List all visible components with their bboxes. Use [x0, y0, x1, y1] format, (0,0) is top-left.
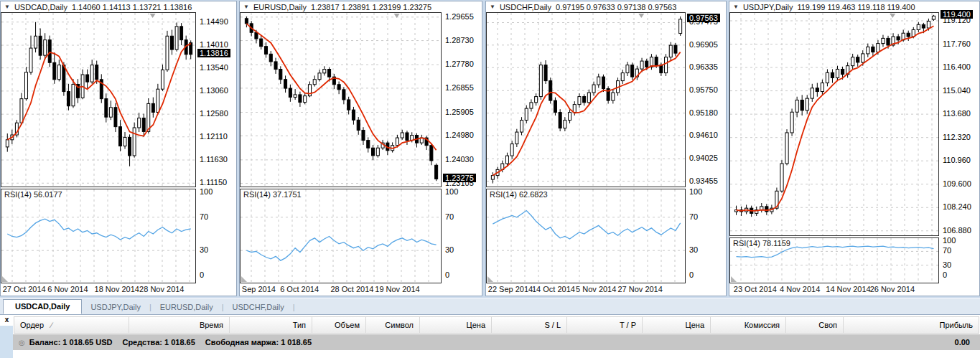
chart-ohlc-values: 0.97195 0.97633 0.97138 0.97563 — [556, 3, 676, 11]
rsi-pane[interactable]: RSI(14) 78.1159 — [729, 237, 939, 283]
chart-menu-icon[interactable]: ▼ — [490, 4, 495, 10]
price-scale[interactable]: 1.144901.140101.135401.130601.125801.121… — [197, 12, 237, 187]
date-tick-label: 14 Nov 2014 — [826, 285, 870, 293]
chart-menu-icon[interactable]: ▼ — [733, 4, 739, 10]
rsi-tick-label: 100 — [943, 236, 956, 245]
date-tick-label: 6 Nov 2014 — [47, 285, 88, 293]
price-tick-label: 1.14490 — [200, 17, 228, 26]
price-tick-label: 1.13060 — [200, 86, 228, 95]
price-scale[interactable]: 1.296551.287301.277801.268551.259051.249… — [442, 12, 482, 187]
rsi-scale: 10070300 — [442, 189, 482, 283]
rsi-scale: 10070300 — [940, 237, 980, 283]
tab-separator: | — [293, 301, 295, 314]
close-icon[interactable]: x — [1, 316, 12, 325]
chart-title: USDJPY,Daily — [743, 3, 793, 11]
terminal-panel: x Ордер∕ Время Тип Объем Символ Цена S /… — [0, 314, 980, 358]
rsi-tick-label: 70 — [943, 246, 951, 255]
price-tick-label: 1.28730 — [445, 36, 474, 44]
price-tick-label: 106.880 — [943, 226, 971, 235]
price-tick-label: 1.25905 — [445, 108, 474, 116]
chart-ohlc-values: 119.199 119.463 119.118 119.400 — [797, 3, 915, 11]
rsi-tick-label: 100 — [689, 187, 702, 196]
price-tick-label: 0.95180 — [689, 108, 718, 117]
rsi-tick-label: 70 — [445, 212, 454, 221]
chart-tabbar: USDCAD,Daily USDJPY,Daily | EURUSD,Daily… — [0, 298, 980, 315]
price-chart-pane[interactable] — [1, 12, 196, 187]
equity-value: Средства: 1 018.65 — [122, 338, 195, 347]
price-tick-label: 112.320 — [943, 133, 971, 141]
sort-indicator-icon: ∕ — [51, 321, 52, 329]
trading-terminal-app: ▼ USDCAD,Daily 1.14060 1.14113 1.13721 1… — [0, 0, 980, 358]
price-chart-pane[interactable] — [486, 12, 686, 187]
chart-title: USDCHF,Daily — [500, 3, 551, 11]
date-tick-label: 27 Nov 2014 — [617, 285, 662, 293]
rsi-tick-label: 30 — [200, 245, 208, 254]
date-axis: Sep 20146 Oct 201428 Oct 201419 Nov 2014 — [240, 284, 442, 296]
chart-window-usdjpy: ▼ USDJPY,Daily 119.199 119.463 119.118 1… — [729, 1, 980, 296]
chart-ohlc-values: 1.23817 1.23891 1.23199 1.23275 — [311, 3, 431, 11]
rsi-tick-label: 0 — [445, 270, 449, 279]
free-margin-value: Свободная маржа: 1 018.65 — [205, 338, 312, 347]
price-tick-label: 0.94610 — [689, 131, 718, 139]
price-tick-label: 109.600 — [943, 179, 971, 188]
price-tick-label: 0.93455 — [689, 176, 718, 185]
chart-menu-icon[interactable]: ▼ — [4, 4, 10, 10]
price-tick-label: 1.24030 — [445, 155, 474, 164]
chart-title: EURUSD,Daily — [253, 3, 307, 11]
price-tick-label: 1.12580 — [200, 109, 228, 118]
price-scale[interactable]: 0.974750.969050.963350.957500.951800.946… — [686, 12, 727, 187]
column-time[interactable]: Время — [129, 317, 230, 333]
chart-titlebar: ▼ USDCHF,Daily 0.97195 0.97633 0.97138 0… — [486, 1, 726, 12]
date-tick-label: 27 Oct 2014 — [3, 285, 46, 293]
price-chart-pane[interactable] — [729, 12, 939, 236]
rsi-indicator-label: RSI(14) 56.0177 — [4, 190, 62, 199]
price-chart-pane[interactable] — [240, 12, 442, 187]
date-tick-label: 5 Nov 2014 — [576, 285, 616, 293]
rsi-tick-label: 100 — [200, 187, 213, 196]
rsi-tick-label: 100 — [445, 187, 458, 196]
price-tick-label: 0.96335 — [689, 62, 718, 71]
column-price-current[interactable]: Цена — [643, 317, 711, 333]
profit-value: 0.00 — [955, 338, 970, 347]
rsi-tick-label: 0 — [943, 270, 947, 279]
balance-status-icon: ◎ — [19, 339, 25, 347]
price-tick-label: 1.14010 — [200, 40, 228, 49]
price-tick-label: 110.960 — [943, 156, 971, 164]
column-profit[interactable]: Прибыль — [844, 317, 979, 333]
rsi-pane[interactable]: RSI(14) 62.6823 — [486, 189, 686, 283]
column-commission[interactable]: Комиссия — [711, 317, 786, 333]
balance-value: Баланс: 1 018.65 USD — [29, 338, 113, 347]
price-tick-label: 0.95750 — [689, 85, 718, 94]
rsi-indicator-label: RSI(14) 78.1159 — [733, 239, 790, 248]
column-swap[interactable]: Своп — [786, 317, 844, 333]
rsi-tick-label: 30 — [445, 245, 454, 254]
column-sl[interactable]: S / L — [492, 317, 567, 333]
rsi-tick-label: 30 — [943, 260, 951, 269]
column-volume[interactable]: Объем — [312, 317, 366, 333]
current-price-label: 1.13816 — [197, 49, 230, 57]
price-tick-label: 1.11150 — [200, 178, 227, 187]
rsi-pane[interactable]: RSI(14) 37.1751 — [240, 189, 442, 283]
date-tick-label: 14 Oct 2014 — [532, 285, 575, 293]
column-order[interactable]: Ордер∕ — [14, 317, 129, 333]
tab-usdjpy-daily[interactable]: USDJPY,Daily — [82, 301, 149, 314]
balance-row: ◎ Баланс: 1 018.65 USD Средства: 1 018.6… — [13, 334, 980, 350]
column-symbol[interactable]: Символ — [366, 317, 420, 333]
rsi-tick-label: 0 — [689, 270, 694, 279]
tab-usdcad-daily[interactable]: USDCAD,Daily — [3, 299, 82, 314]
rsi-pane[interactable]: RSI(14) 56.0177 — [1, 189, 196, 283]
date-tick-label: 26 Nov 2014 — [870, 285, 915, 293]
column-price-open[interactable]: Цена — [420, 317, 492, 333]
tab-eurusd-daily[interactable]: EURUSD,Daily — [151, 301, 222, 314]
column-tp[interactable]: T / P — [567, 317, 643, 333]
price-scale[interactable]: 119.120117.760116.400115.040113.680112.3… — [940, 12, 980, 236]
chart-menu-icon[interactable]: ▼ — [243, 4, 249, 10]
column-type[interactable]: Тип — [230, 317, 312, 333]
price-tick-label: 1.11630 — [200, 155, 228, 164]
date-tick-label: 28 Nov 2014 — [139, 285, 184, 293]
tab-usdchf-daily[interactable]: USDCHF,Daily — [224, 301, 293, 314]
date-tick-label: 28 Oct 2014 — [330, 285, 373, 293]
chart-titlebar: ▼ EURUSD,Daily 1.23817 1.23891 1.23199 1… — [240, 1, 482, 12]
date-axis: 23 Oct 20144 Nov 201414 Nov 201426 Nov 2… — [729, 284, 939, 296]
price-tick-label: 1.27780 — [445, 60, 474, 68]
